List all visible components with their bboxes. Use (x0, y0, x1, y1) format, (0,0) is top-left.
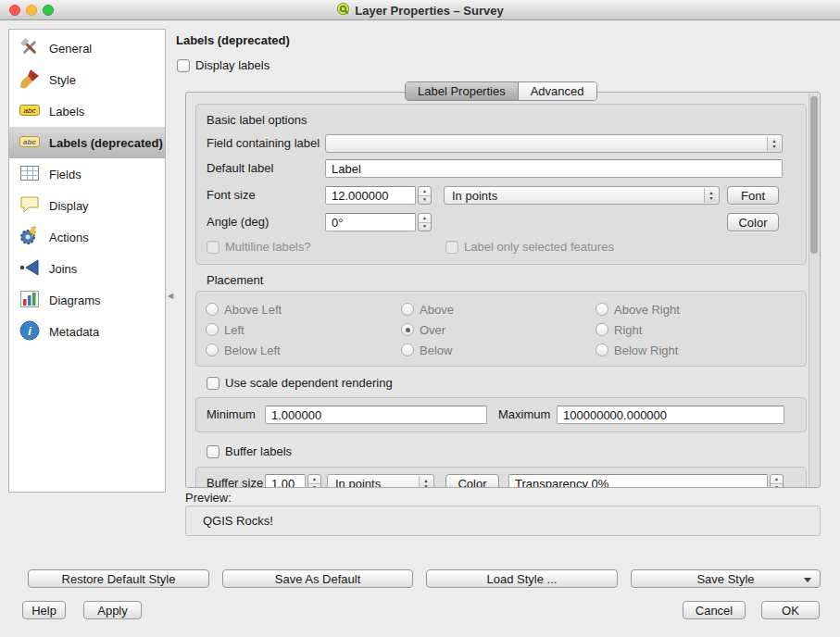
minimum-input[interactable] (265, 406, 487, 424)
radio-label: Above (420, 303, 454, 317)
sidebar-item-metadata[interactable]: i Metadata (9, 316, 165, 347)
display-labels-checkbox[interactable] (177, 59, 190, 72)
radio-label: Below Right (614, 343, 678, 357)
default-label-label: Default label (207, 159, 273, 178)
cancel-button[interactable]: Cancel (683, 601, 746, 619)
placement-below-left[interactable]: Below Left (206, 343, 281, 357)
scale-dependent-checkbox[interactable] (207, 377, 219, 390)
placement-above[interactable]: Above (401, 302, 454, 317)
placement-left[interactable]: Left (206, 322, 244, 337)
buffer-color-button[interactable]: Color (445, 474, 499, 488)
font-units-combobox[interactable]: In points (444, 186, 720, 205)
abc-label-deprecated-icon: abc (19, 131, 41, 156)
page-title: Labels (deprecated) (176, 33, 290, 47)
stepper-down-icon[interactable] (419, 223, 431, 231)
save-as-default-button[interactable]: Save As Default (222, 569, 413, 588)
radio-icon[interactable] (206, 303, 219, 316)
sidebar-item-actions[interactable]: Actions (9, 221, 165, 253)
multiline-labels-label: Multiline labels? (225, 240, 311, 254)
radio-label: Below (420, 343, 452, 357)
font-size-stepper[interactable] (418, 186, 432, 205)
font-button[interactable]: Font (727, 186, 779, 205)
paintbrush-icon (19, 68, 41, 93)
placement-below[interactable]: Below (401, 343, 452, 357)
scrollbar-thumb[interactable] (810, 96, 818, 254)
sidebar-item-label: Labels (deprecated) (49, 136, 163, 150)
sidebar-item-label: General (49, 42, 92, 56)
buffer-labels-checkbox[interactable] (207, 445, 219, 458)
radio-label: Above Left (224, 303, 282, 317)
ok-button[interactable]: OK (761, 601, 820, 619)
radio-icon[interactable] (596, 323, 608, 336)
buffer-transparency-stepper[interactable] (770, 474, 784, 488)
scale-dependent-label: Use scale dependent rendering (225, 376, 393, 390)
placement-right[interactable]: Right (596, 322, 642, 337)
sidebar-item-diagrams[interactable]: Diagrams (9, 284, 165, 316)
multiline-labels-checkbox[interactable] (207, 241, 219, 254)
stepper-up-icon[interactable] (771, 475, 783, 484)
stepper-up-icon[interactable] (419, 187, 431, 196)
label-tabs: Label Properties Advanced (405, 81, 597, 101)
radio-icon[interactable] (206, 323, 219, 336)
sidebar-item-label: Diagrams (49, 294, 101, 307)
placement-below-right[interactable]: Below Right (596, 343, 678, 357)
help-button[interactable]: Help (22, 601, 66, 619)
radio-icon[interactable] (596, 303, 608, 316)
angle-label: Angle (deg) (207, 213, 269, 231)
sidebar-item-label: Actions (49, 231, 89, 244)
stepper-up-icon[interactable] (419, 214, 431, 223)
join-arrow-icon (19, 256, 41, 281)
color-button[interactable]: Color (727, 213, 779, 231)
stepper-down-icon[interactable] (419, 196, 431, 205)
font-units-value: In points (452, 189, 497, 203)
angle-stepper[interactable] (418, 213, 432, 231)
minimum-label: Minimum (207, 406, 256, 424)
placement-above-right[interactable]: Above Right (596, 302, 680, 317)
radio-icon[interactable] (401, 323, 414, 336)
radio-icon[interactable] (206, 343, 219, 356)
buffer-units-value: In points (335, 477, 381, 489)
svg-text:abc: abc (23, 138, 36, 146)
angle-input[interactable] (325, 213, 416, 231)
stepper-up-icon[interactable] (308, 475, 320, 484)
radio-icon[interactable] (401, 303, 414, 316)
sidebar-item-fields[interactable]: Fields (9, 158, 165, 190)
stepper-down-icon[interactable] (308, 484, 320, 489)
restore-default-style-button[interactable]: Restore Default Style (28, 569, 209, 588)
apply-button[interactable]: Apply (83, 601, 142, 619)
speech-bubble-icon (19, 194, 41, 219)
tab-label-properties[interactable]: Label Properties (406, 82, 518, 100)
buffer-size-input[interactable] (265, 474, 306, 488)
selected-features-row: Label only selected features (445, 240, 614, 254)
radio-icon[interactable] (596, 343, 608, 356)
buffer-transparency-input[interactable] (508, 474, 768, 488)
selected-features-checkbox[interactable] (445, 241, 458, 254)
buffer-units-combobox[interactable]: In points (327, 474, 434, 488)
tab-advanced[interactable]: Advanced (518, 82, 596, 100)
default-label-input[interactable] (325, 159, 783, 178)
sidebar-item-joins[interactable]: Joins (9, 253, 165, 284)
font-size-input[interactable] (325, 186, 416, 205)
buffer-labels-label: Buffer labels (225, 444, 292, 458)
placement-above-left[interactable]: Above Left (206, 302, 282, 317)
sidebar-item-style[interactable]: Style (9, 64, 165, 95)
maximum-input[interactable] (557, 406, 784, 424)
radio-label: Left (224, 323, 244, 337)
sidebar-item-display[interactable]: Display (9, 190, 165, 221)
placement-over[interactable]: Over (401, 322, 445, 337)
radio-icon[interactable] (401, 343, 414, 356)
buffer-size-stepper[interactable] (307, 474, 321, 488)
placement-title: Placement (207, 271, 263, 290)
splitter-handle[interactable] (168, 290, 174, 303)
sidebar-item-labels-deprecated[interactable]: abc Labels (deprecated) (9, 127, 165, 158)
panel-scrollbar[interactable] (809, 94, 819, 486)
sidebar-item-labels[interactable]: abc Labels (9, 95, 165, 127)
preview-box: QGIS Rocks! (185, 506, 821, 536)
sidebar-item-general[interactable]: General (9, 32, 165, 64)
load-style-button[interactable]: Load Style ... (426, 569, 618, 588)
save-style-button[interactable]: Save Style (631, 569, 821, 588)
combo-arrows-icon (419, 476, 433, 488)
field-combobox[interactable] (325, 134, 783, 153)
save-style-label: Save Style (696, 572, 754, 586)
stepper-down-icon[interactable] (771, 484, 783, 489)
